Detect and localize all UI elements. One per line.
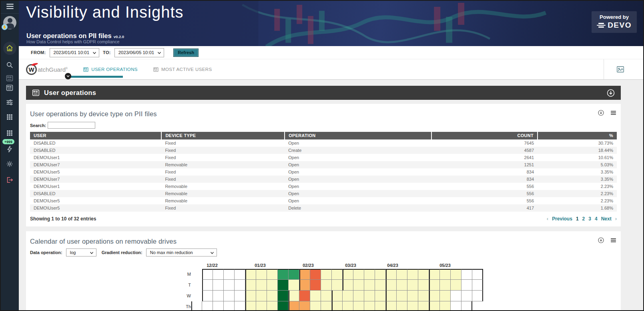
calendar-cell[interactable] (375, 291, 386, 301)
calendar-cell[interactable] (407, 301, 418, 310)
calendar-cell[interactable] (224, 269, 235, 280)
user-avatar[interactable]: ✋ (3, 16, 16, 29)
calendar-cell[interactable] (407, 280, 418, 291)
nav-alerts[interactable] (5, 144, 14, 154)
to-date-select[interactable]: 2023/06/05 10:01 (114, 48, 165, 57)
page-button-3[interactable]: 3 (588, 216, 591, 222)
calendar-cell[interactable] (418, 291, 429, 301)
nav-filters[interactable] (5, 97, 14, 107)
from-date-select[interactable]: 2023/01/01 10:01 (50, 48, 100, 57)
calendar-cell[interactable] (235, 269, 245, 280)
next-page-button[interactable]: Next (601, 216, 612, 222)
download-icon[interactable] (598, 109, 604, 116)
calendar-cell[interactable] (213, 301, 224, 310)
calendar-cell[interactable] (343, 269, 353, 280)
calendar-cell[interactable] (310, 280, 321, 291)
tab-collapse-button[interactable] (65, 73, 71, 79)
menu-list-icon[interactable] (610, 109, 617, 116)
calendar-cell[interactable] (364, 291, 375, 301)
calendar-cell[interactable] (364, 280, 375, 291)
calendar-cell[interactable] (310, 291, 321, 301)
calendar-cell[interactable] (451, 301, 461, 310)
calendar-cell[interactable] (245, 301, 256, 310)
image-icon[interactable] (616, 65, 625, 74)
calendar-cell[interactable] (451, 269, 461, 280)
calendar-cell[interactable] (310, 269, 321, 280)
calendar-cell[interactable] (213, 291, 224, 301)
page-button-1[interactable]: 1 (576, 216, 579, 222)
calendar-cell[interactable] (472, 280, 483, 291)
calendar-cell[interactable] (289, 291, 299, 301)
calendar-cell[interactable] (202, 291, 213, 301)
calendar-cell[interactable] (256, 301, 267, 310)
calendar-cell[interactable] (451, 291, 461, 301)
calendar-cell[interactable] (213, 269, 224, 280)
search-input[interactable] (48, 122, 95, 129)
calendar-cell[interactable] (256, 291, 267, 301)
calendar-cell[interactable] (267, 269, 278, 280)
calendar-cell[interactable] (224, 301, 235, 310)
calendar-cell[interactable] (429, 269, 440, 280)
calendar-cell[interactable] (278, 269, 289, 280)
column-header-count[interactable]: COUNT (431, 132, 538, 139)
calendar-cell[interactable] (343, 291, 353, 301)
nav-apps-alt[interactable] (5, 128, 14, 138)
calendar-cell[interactable] (397, 269, 407, 280)
calendar-cell[interactable] (429, 291, 440, 301)
calendar-cell[interactable] (353, 280, 364, 291)
calendar-cell[interactable] (245, 291, 256, 301)
calendar-cell[interactable] (353, 301, 364, 310)
calendar-cell[interactable] (397, 301, 407, 310)
calendar-cell[interactable] (267, 301, 278, 310)
calendar-cell[interactable] (375, 269, 386, 280)
column-header-%[interactable]: % (538, 132, 617, 139)
calendar-cell[interactable] (289, 269, 299, 280)
calendar-cell[interactable] (332, 301, 343, 310)
calendar-cell[interactable] (321, 301, 332, 310)
calendar-cell[interactable] (461, 269, 472, 280)
calendar-cell[interactable] (429, 280, 440, 291)
nav-board[interactable] (5, 83, 14, 93)
calendar-cell[interactable] (299, 269, 310, 280)
calendar-cell[interactable] (386, 269, 397, 280)
calendar-cell[interactable] (245, 269, 256, 280)
calendar-cell[interactable] (429, 301, 440, 310)
calendar-cell[interactable] (407, 269, 418, 280)
calendar-cell[interactable] (278, 301, 289, 310)
data-operation-select[interactable]: log (66, 248, 96, 256)
calendar-cell[interactable] (256, 280, 267, 291)
column-header-user[interactable]: USER (30, 132, 161, 139)
calendar-cell[interactable] (299, 280, 310, 291)
download-icon[interactable] (598, 237, 604, 244)
calendar-cell[interactable] (461, 301, 472, 310)
calendar-cell[interactable] (267, 291, 278, 301)
page-button-4[interactable]: 4 (595, 216, 598, 222)
column-header-operation[interactable]: OPERATION (285, 132, 431, 139)
calendar-cell[interactable] (321, 269, 332, 280)
nav-board-dim[interactable] (5, 73, 14, 83)
calendar-cell[interactable] (364, 301, 375, 310)
page-button-2[interactable]: 2 (582, 216, 585, 222)
menu-button[interactable] (4, 2, 16, 12)
calendar-cell[interactable] (332, 291, 343, 301)
calendar-cell[interactable] (289, 301, 299, 310)
calendar-cell[interactable] (440, 269, 451, 280)
calendar-cell[interactable] (451, 280, 461, 291)
calendar-cell[interactable] (397, 291, 407, 301)
calendar-cell[interactable] (202, 269, 213, 280)
calendar-cell[interactable] (202, 280, 213, 291)
calendar-cell[interactable] (224, 291, 235, 301)
calendar-cell[interactable] (472, 291, 483, 301)
calendar-cell[interactable] (386, 280, 397, 291)
calendar-cell[interactable] (461, 280, 472, 291)
download-icon[interactable] (606, 89, 615, 97)
calendar-cell[interactable] (440, 280, 451, 291)
calendar-cell[interactable] (202, 301, 213, 310)
calendar-cell[interactable] (418, 280, 429, 291)
previous-page-button[interactable]: Previous (552, 216, 572, 222)
calendar-cell[interactable] (310, 301, 321, 310)
calendar-cell[interactable] (386, 301, 397, 310)
column-header-device-type[interactable]: DEVICE TYPE (161, 132, 285, 139)
nav-settings[interactable] (5, 159, 14, 169)
gradient-reduction-select[interactable]: No max min reduction (146, 248, 217, 256)
